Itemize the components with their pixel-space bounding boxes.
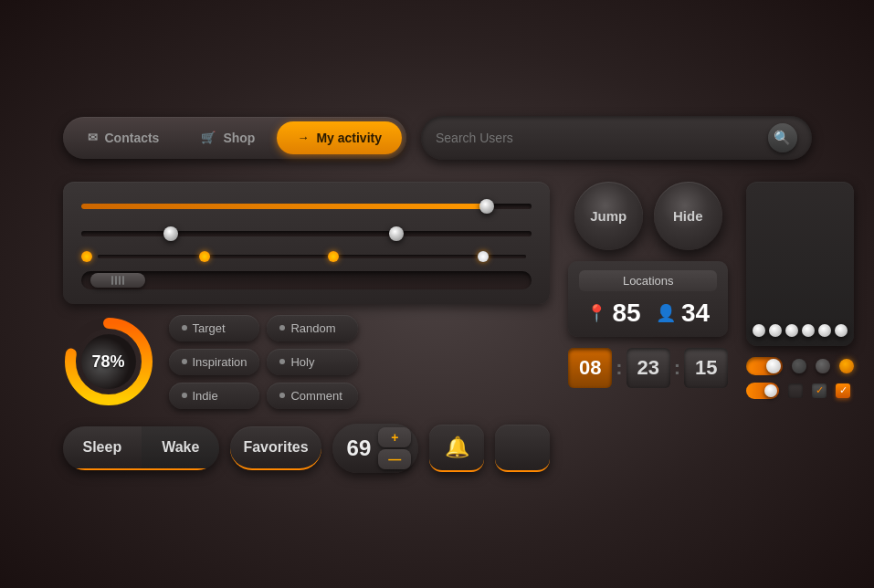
search-input[interactable] — [436, 131, 759, 145]
person-icon: 👤 — [656, 303, 676, 323]
radio-1[interactable] — [792, 359, 806, 373]
tab-shop[interactable]: 🛒 Shop — [181, 121, 275, 154]
main-content: 78% Target Random Inspiration — [63, 182, 812, 473]
tab-myactivity[interactable]: → My activity — [277, 121, 402, 154]
tag-dot — [279, 393, 285, 398]
locations-title: Locations — [579, 270, 717, 291]
search-bar[interactable]: 🔍 — [421, 116, 812, 160]
arrow-icon: → — [297, 131, 309, 144]
circle-progress: 78% — [63, 316, 154, 407]
progress-label: 78% — [91, 352, 124, 372]
dot-yellow — [81, 251, 92, 262]
person-count: 34 — [681, 299, 710, 328]
toggle-1[interactable] — [746, 357, 783, 375]
slider-2-thumb-left[interactable] — [163, 226, 178, 241]
tag-dot — [182, 359, 187, 364]
vertical-sliders — [746, 182, 854, 346]
checkbox-row: ✓ ✓ — [746, 383, 854, 399]
search-icon-button[interactable]: 🔍 — [768, 123, 797, 152]
pin-count: 85 — [612, 299, 640, 328]
hide-button[interactable]: Hide — [654, 182, 722, 250]
grip-1 — [111, 276, 113, 285]
dot-yellow-3 — [328, 251, 339, 262]
slider-1-thumb[interactable] — [479, 199, 494, 214]
search-icon: 🔍 — [774, 130, 791, 146]
pin-icon: 📍 — [586, 303, 606, 323]
radio-3[interactable] — [839, 359, 854, 373]
bell-icon: 🔔 — [445, 436, 469, 459]
shop-icon: 🛒 — [201, 131, 216, 144]
bottom-row: Sleep Wake Favorites 69 + — [63, 424, 551, 473]
toggle-small[interactable] — [746, 383, 779, 399]
tag-inspiration[interactable]: Inspiration — [169, 349, 260, 375]
bottom-left: 78% Target Random Inspiration — [63, 315, 551, 409]
tags-grid: Target Random Inspiration Holy — [169, 315, 359, 409]
slider-1-track[interactable] — [81, 204, 532, 209]
checkbox-1[interactable] — [788, 383, 803, 398]
slider-2-thumb-right[interactable] — [389, 226, 404, 241]
apple-icon-button[interactable] — [495, 425, 550, 472]
tag-dot — [279, 359, 285, 364]
countdown-timer: 08 : 23 : 15 — [568, 348, 728, 388]
toggle-row-1 — [746, 357, 854, 375]
counter-controls: + — — [378, 427, 411, 469]
counter-plus-button[interactable]: + — [378, 427, 411, 447]
round-buttons: Jump Hide — [568, 182, 728, 250]
slider-2-track[interactable] — [81, 231, 532, 236]
tag-random[interactable]: Random — [267, 315, 358, 341]
grip-4 — [122, 276, 124, 285]
favorites-button[interactable]: Favorites — [230, 426, 321, 470]
tag-indie[interactable]: Indie — [169, 383, 260, 409]
left-panel: 78% Target Random Inspiration — [63, 182, 551, 473]
tag-dot — [182, 393, 187, 398]
scroll-thumb[interactable] — [90, 273, 145, 288]
checkbox-3[interactable]: ✓ — [836, 383, 850, 398]
locations-data: 📍 85 👤 34 — [579, 299, 717, 328]
counter-box: 69 + — — [332, 424, 419, 473]
location-pins: 📍 85 — [586, 299, 640, 328]
countdown-minutes: 23 — [627, 348, 670, 388]
tag-dot — [182, 325, 187, 331]
radio-2[interactable] — [816, 359, 830, 373]
mail-icon: ✉ — [88, 131, 98, 144]
top-nav: ✉ Contacts 🛒 Shop → My activity 🔍 — [63, 116, 812, 160]
grip-2 — [115, 276, 117, 285]
sleep-button[interactable]: Sleep — [63, 426, 142, 470]
nav-tabs: ✉ Contacts 🛒 Shop → My activity — [63, 117, 407, 159]
tag-holy[interactable]: Holy — [267, 349, 358, 375]
toggle-small-knob — [764, 384, 777, 397]
tab-contacts[interactable]: ✉ Contacts — [68, 121, 180, 154]
tag-target[interactable]: Target — [169, 315, 260, 341]
dot-yellow-2 — [199, 251, 210, 262]
sleep-wake-group: Sleep Wake — [63, 426, 220, 470]
bell-icon-button[interactable]: 🔔 — [429, 425, 484, 472]
controls-row: ✓ ✓ — [746, 357, 854, 399]
ui-container: ✉ Contacts 🛒 Shop → My activity 🔍 — [45, 98, 830, 491]
tag-dot — [279, 325, 285, 331]
jump-button[interactable]: Jump — [574, 182, 643, 250]
sliders-section — [63, 182, 551, 304]
dot-white — [478, 251, 489, 262]
toggle-knob-1 — [766, 359, 781, 373]
wake-button[interactable]: Wake — [142, 426, 219, 470]
countdown-hours: 08 — [568, 348, 612, 388]
checkbox-2[interactable]: ✓ — [812, 383, 827, 398]
dot-slider — [81, 251, 532, 262]
countdown-seconds: 15 — [684, 348, 728, 388]
location-persons: 👤 34 — [656, 299, 710, 328]
counter-minus-button[interactable]: — — [378, 449, 411, 469]
slider-1-fill — [81, 204, 487, 209]
counter-value: 69 — [347, 436, 372, 461]
locations-box: Locations 📍 85 👤 34 — [568, 261, 728, 337]
tag-comment[interactable]: Comment — [267, 383, 358, 409]
scroll-track[interactable] — [81, 271, 532, 289]
right-panel: ✓ ✓ — [746, 182, 854, 473]
grip-3 — [119, 276, 121, 285]
dot-track[interactable] — [98, 255, 527, 258]
middle-panel: Jump Hide Locations 📍 85 👤 34 — [568, 182, 728, 473]
